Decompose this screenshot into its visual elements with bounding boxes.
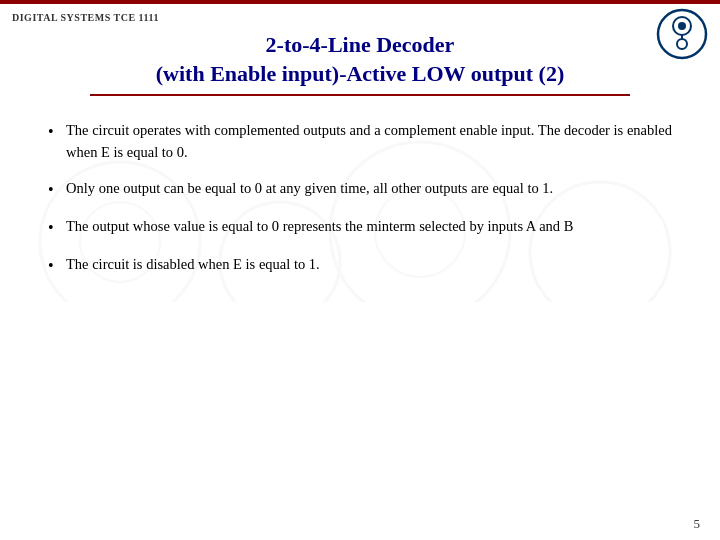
bullet-list: • The circuit operates with complemented… bbox=[48, 120, 672, 278]
bullet-text: The output whose value is equal to 0 rep… bbox=[66, 216, 672, 238]
bullet-text: The circuit is disabled when E is equal … bbox=[66, 254, 672, 276]
page-number: 5 bbox=[694, 516, 701, 532]
content-area: • The circuit operates with complemented… bbox=[0, 100, 720, 302]
svg-point-2 bbox=[678, 22, 686, 30]
svg-point-3 bbox=[677, 39, 687, 49]
logo-icon bbox=[656, 8, 708, 60]
bullet-text: The circuit operates with complemented o… bbox=[66, 120, 672, 164]
slide-title: 2-to-4-Line Decoder (with Enable input)-… bbox=[60, 31, 660, 88]
bullet-text: Only one output can be equal to 0 at any… bbox=[66, 178, 672, 200]
bullet-dot: • bbox=[48, 120, 66, 144]
bullet-dot: • bbox=[48, 254, 66, 278]
list-item: • The circuit is disabled when E is equa… bbox=[48, 254, 672, 278]
bullet-dot: • bbox=[48, 216, 66, 240]
list-item: • The circuit operates with complemented… bbox=[48, 120, 672, 164]
slide-title-section: 2-to-4-Line Decoder (with Enable input)-… bbox=[0, 23, 720, 100]
course-title: DIGITAL SYSTEMS TCE 1111 bbox=[12, 10, 159, 23]
top-section: DIGITAL SYSTEMS TCE 1111 bbox=[0, 4, 720, 23]
title-underline bbox=[90, 94, 630, 96]
logo-container bbox=[656, 8, 708, 64]
list-item: • Only one output can be equal to 0 at a… bbox=[48, 178, 672, 202]
bullet-dot: • bbox=[48, 178, 66, 202]
list-item: • The output whose value is equal to 0 r… bbox=[48, 216, 672, 240]
